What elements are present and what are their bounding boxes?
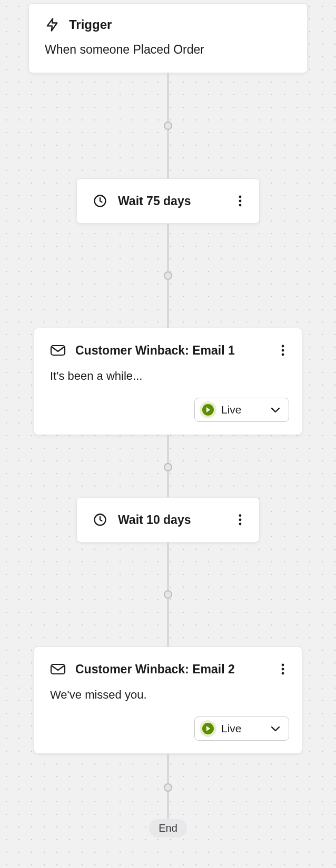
play-icon — [202, 723, 214, 734]
flow-connector — [167, 542, 169, 647]
wait-label: Wait 10 days — [118, 513, 234, 527]
wait-2-menu-button[interactable] — [234, 511, 246, 528]
svg-rect-4 — [51, 346, 65, 355]
email-title: Customer Winback: Email 2 — [75, 662, 276, 677]
email-2-menu-button[interactable] — [276, 661, 289, 678]
svg-point-9 — [239, 514, 242, 517]
svg-point-6 — [282, 349, 284, 352]
svg-point-3 — [239, 204, 242, 207]
chevron-down-icon — [271, 407, 280, 413]
envelope-icon — [50, 344, 66, 357]
svg-point-14 — [282, 668, 284, 671]
email-1-status-select[interactable]: Live — [194, 398, 289, 422]
email-2-status-select[interactable]: Live — [194, 716, 289, 741]
end-pill: End — [149, 819, 187, 837]
flow-connector — [167, 224, 169, 328]
svg-point-5 — [282, 345, 284, 348]
flow-connector — [167, 73, 169, 178]
status-label: Live — [221, 722, 263, 735]
lightning-icon — [45, 17, 60, 32]
clock-icon — [93, 194, 107, 208]
svg-rect-12 — [51, 664, 65, 674]
flow-node — [164, 463, 172, 471]
trigger-description: When someone Placed Order — [45, 43, 291, 57]
email-1-menu-button[interactable] — [276, 342, 289, 359]
svg-point-1 — [239, 196, 242, 198]
svg-point-2 — [239, 200, 242, 203]
status-label: Live — [221, 403, 263, 416]
email-subject: We've missed you. — [50, 688, 289, 702]
flow-connector — [167, 435, 169, 497]
email-subject: It's been a while... — [50, 369, 289, 383]
svg-point-15 — [282, 672, 284, 675]
flow-node — [164, 122, 172, 130]
wait-label: Wait 75 days — [118, 194, 234, 208]
svg-point-10 — [239, 519, 242, 521]
flow-node — [164, 271, 172, 280]
email-title: Customer Winback: Email 1 — [75, 344, 276, 358]
email-step-2[interactable]: Customer Winback: Email 2 We've missed y… — [34, 647, 302, 754]
play-icon — [202, 404, 214, 416]
trigger-label: Trigger — [69, 17, 112, 32]
wait-step-1[interactable]: Wait 75 days — [76, 178, 260, 224]
svg-point-7 — [282, 354, 284, 356]
flow-connector — [167, 754, 169, 819]
wait-step-2[interactable]: Wait 10 days — [76, 497, 260, 542]
trigger-card[interactable]: Trigger When someone Placed Order — [28, 3, 308, 73]
wait-1-menu-button[interactable] — [234, 193, 246, 209]
flow-node — [164, 783, 172, 792]
envelope-icon — [50, 663, 66, 675]
flow-node — [164, 590, 172, 599]
chevron-down-icon — [271, 725, 280, 732]
svg-point-13 — [282, 664, 284, 667]
svg-point-11 — [239, 523, 242, 526]
clock-icon — [93, 512, 107, 527]
email-step-1[interactable]: Customer Winback: Email 1 It's been a wh… — [34, 328, 302, 435]
